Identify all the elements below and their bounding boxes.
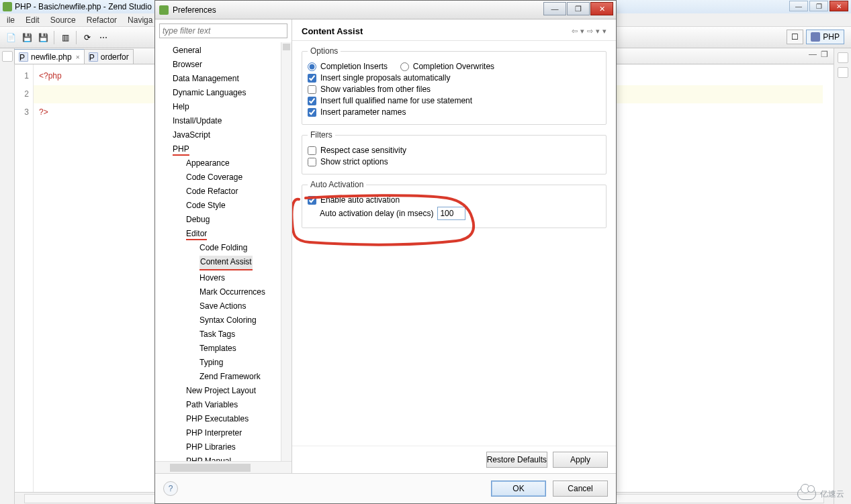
tree-general[interactable]: General	[155, 44, 201, 57]
tree-vscroll[interactable]	[281, 42, 292, 461]
apply-button[interactable]: Apply	[553, 452, 608, 468]
input-delay-msecs[interactable]	[437, 207, 465, 220]
label-completion-overwrites: Completion Overwrites	[413, 62, 494, 71]
cb-case-sensitivity[interactable]	[308, 146, 316, 155]
auto-activation-group: Auto Activation Enable auto activation A…	[302, 180, 607, 228]
view-icon[interactable]	[2, 51, 13, 62]
tree-php-manual[interactable]: PHP Manual	[155, 455, 231, 461]
tree-install-update[interactable]: Install/Update	[155, 115, 222, 128]
tool-icon[interactable]: ⋯	[97, 32, 109, 44]
radio-completion-inserts[interactable]	[308, 62, 316, 71]
dialog-close-button[interactable]: ✕	[590, 2, 613, 15]
tree-php-path-variables[interactable]: Path Variables	[155, 399, 238, 411]
cb-enable-auto-activation[interactable]	[308, 196, 316, 205]
close-button[interactable]: ✕	[830, 1, 848, 11]
saveall-icon[interactable]: 💾	[37, 32, 49, 44]
tree-hscroll[interactable]	[155, 461, 292, 473]
page-menu-icon[interactable]: ▾	[602, 27, 607, 36]
tab-close-icon[interactable]: ✕	[76, 53, 80, 60]
tree-editor-task-tags[interactable]: Task Tags	[155, 328, 235, 341]
sync-icon[interactable]: ⟳	[81, 32, 93, 44]
watermark: 亿速云	[797, 488, 844, 500]
menu-refactor[interactable]: Refactor	[81, 15, 122, 25]
menu-file[interactable]: ile	[1, 15, 20, 25]
menu-edit[interactable]: Edit	[20, 15, 45, 25]
dialog-minimize-button[interactable]: —	[543, 2, 566, 15]
save-icon[interactable]: 💾	[21, 32, 33, 44]
tab-label: newfile.php	[31, 52, 72, 62]
tree-browser[interactable]: Browser	[155, 58, 202, 71]
filter-input[interactable]	[159, 23, 287, 38]
tree-editor-hovers[interactable]: Hovers	[155, 272, 225, 285]
menu-source[interactable]: Source	[45, 15, 81, 25]
tab-orderform[interactable]: P orderfor	[84, 49, 134, 64]
tree-php-debug[interactable]: Debug	[155, 213, 210, 226]
back-icon[interactable]: ⇦	[572, 27, 578, 36]
tree-javascript[interactable]: JavaScript	[155, 129, 210, 142]
ok-button[interactable]: OK	[491, 481, 546, 497]
new-icon[interactable]: 📄	[5, 32, 17, 44]
tree-php-appearance[interactable]: Appearance	[155, 157, 230, 170]
minimize-button[interactable]: —	[789, 1, 808, 11]
tree-help[interactable]: Help	[155, 101, 189, 113]
cb-strict-options[interactable]	[308, 158, 316, 166]
radio-completion-overwrites[interactable]	[400, 62, 409, 71]
cb-show-vars[interactable]	[308, 85, 316, 94]
menu-navigate[interactable]: Naviga	[122, 15, 158, 25]
tool-icon[interactable]: ▥	[59, 32, 71, 44]
label-single-proposals: Insert single proposals automatically	[320, 73, 450, 83]
help-button[interactable]: ?	[163, 481, 178, 496]
outline-view-icon[interactable]	[838, 52, 848, 63]
cancel-button[interactable]: Cancel	[553, 481, 608, 497]
back-menu-icon[interactable]: ▾	[580, 27, 584, 36]
label-param-names: Insert parameter names	[320, 107, 406, 117]
tree-php-executables[interactable]: PHP Executables	[155, 413, 249, 425]
ide-right-trim	[834, 48, 851, 504]
maximize-view-icon[interactable]: ❐	[821, 50, 828, 59]
label-strict-options: Show strict options	[320, 157, 388, 166]
restore-defaults-button[interactable]: Restore Defaults	[486, 452, 547, 468]
tree-php[interactable]: PHP	[155, 143, 189, 156]
ide-title: PHP - Basic/newfile.php - Zend Studio	[15, 2, 152, 11]
code-area[interactable]: <?php ?>	[34, 64, 62, 492]
gutter: 1 2 3	[15, 64, 34, 492]
options-legend: Options	[308, 46, 341, 56]
cb-single-proposals[interactable]	[308, 74, 316, 83]
open-perspective-button[interactable]: ☐	[787, 30, 803, 44]
tree-editor-typing[interactable]: Typing	[155, 356, 223, 369]
tree-php-editor[interactable]: Editor	[155, 228, 207, 240]
tree-editor-code-folding[interactable]: Code Folding	[155, 242, 247, 254]
tree-editor-mark-occurrences[interactable]: Mark Occurrences	[155, 286, 265, 299]
tree-php-code-style[interactable]: Code Style	[155, 199, 226, 212]
php-file-icon: P	[89, 52, 98, 62]
label-case-sensitivity: Respect case sensitivity	[320, 146, 406, 155]
tree-editor-syntax-coloring[interactable]: Syntax Coloring	[155, 314, 257, 327]
dialog-maximize-button[interactable]: ❐	[567, 2, 590, 15]
view-icon[interactable]	[838, 67, 848, 78]
perspective-php[interactable]: PHP	[806, 30, 844, 44]
tree-php-libraries[interactable]: PHP Libraries	[155, 441, 236, 454]
tree-editor-content-assist[interactable]: Content Assist	[155, 256, 253, 270]
tree-php-new-project-layout[interactable]: New Project Layout	[155, 385, 256, 397]
maximize-button[interactable]: ❐	[809, 1, 828, 11]
php-perspective-icon	[811, 32, 820, 42]
label-fqn: Insert full qualified name for use state…	[320, 96, 472, 105]
label-delay: Auto activation delay (in msecs)	[320, 209, 433, 218]
cb-fqn[interactable]	[308, 97, 316, 105]
minimize-view-icon[interactable]: —	[809, 50, 817, 59]
tab-newfile[interactable]: P newfile.php ✕	[14, 49, 85, 64]
tree-dynamic-languages[interactable]: Dynamic Languages	[155, 87, 246, 99]
forward-menu-icon[interactable]: ▾	[596, 27, 600, 36]
tree-php-code-coverage[interactable]: Code Coverage	[155, 171, 242, 184]
filters-legend: Filters	[308, 130, 335, 140]
tree-data-management[interactable]: Data Management	[155, 72, 239, 85]
cb-param-names[interactable]	[308, 108, 316, 117]
tree-php-code-refactor[interactable]: Code Refactor	[155, 185, 238, 198]
tree-editor-save-actions[interactable]: Save Actions	[155, 300, 246, 313]
forward-icon[interactable]: ⇨	[587, 27, 593, 36]
preferences-tree[interactable]: General Browser Data Management Dynamic …	[155, 42, 292, 461]
dialog-title: Preferences	[173, 5, 216, 15]
tree-editor-templates[interactable]: Templates	[155, 342, 236, 355]
tree-editor-zend-framework[interactable]: Zend Framework	[155, 370, 261, 383]
tree-php-interpreter[interactable]: PHP Interpreter	[155, 427, 242, 440]
